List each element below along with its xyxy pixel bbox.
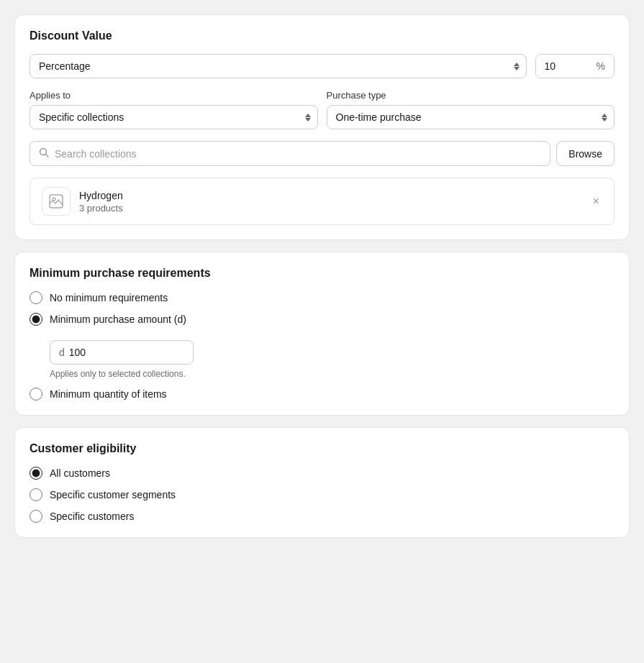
specific-customers-radio[interactable] (30, 510, 42, 523)
specific-segments-radio[interactable] (30, 488, 42, 501)
browse-button[interactable]: Browse (556, 141, 614, 166)
min-amount-radio[interactable] (30, 313, 42, 326)
minimum-purchase-card: Minimum purchase requirements No minimum… (14, 252, 630, 416)
percent-suffix: % (594, 55, 614, 78)
specific-customers-label: Specific customers (50, 511, 134, 522)
discount-type-select[interactable]: Percentage Fixed amount Free shipping (30, 54, 527, 78)
svg-line-1 (46, 155, 49, 157)
all-customers-radio[interactable] (30, 467, 42, 480)
applies-to-select-wrapper: Specific collections All products Specif… (30, 105, 318, 129)
collection-name: Hydrogen (79, 190, 581, 201)
no-minimum-radio-item[interactable]: No minimum requirements (30, 291, 614, 304)
percent-input-wrapper: % (535, 54, 614, 78)
minimum-purchase-title: Minimum purchase requirements (30, 267, 614, 280)
applies-to-select[interactable]: Specific collections All products Specif… (30, 105, 318, 129)
collection-icon (42, 187, 71, 216)
discount-type-wrapper: Percentage Fixed amount Free shipping (30, 54, 527, 78)
search-row: Browse (30, 141, 614, 166)
applies-row: Applies to Specific collections All prod… (30, 90, 614, 129)
specific-customers-radio-item[interactable]: Specific customers (30, 510, 614, 523)
amount-input-section: d Applies only to selected collections. (30, 334, 614, 379)
collection-product-count: 3 products (79, 203, 581, 214)
svg-point-3 (53, 198, 55, 201)
min-qty-radio-item[interactable]: Minimum quantity of items (30, 388, 614, 401)
customer-eligibility-card: Customer eligibility All customers Speci… (14, 427, 630, 538)
min-qty-label: Minimum quantity of items (50, 388, 167, 400)
applies-to-label: Applies to (30, 90, 318, 101)
all-customers-radio-item[interactable]: All customers (30, 467, 614, 480)
no-minimum-label: No minimum requirements (50, 292, 168, 303)
min-qty-radio[interactable] (30, 388, 42, 401)
remove-collection-button[interactable]: × (590, 193, 602, 210)
purchase-type-label: Purchase type (327, 90, 615, 101)
specific-segments-label: Specific customer segments (50, 489, 176, 500)
minimum-purchase-radio-group: No minimum requirements Minimum purchase… (30, 291, 614, 401)
amount-prefix: d (59, 347, 65, 358)
amount-input-wrapper: d (50, 340, 194, 365)
discount-value-row: Percentage Fixed amount Free shipping % (30, 54, 614, 78)
percent-value-input[interactable] (536, 55, 594, 78)
search-icon (39, 147, 49, 160)
applies-note: Applies only to selected collections. (50, 369, 614, 379)
customer-eligibility-radio-group: All customers Specific customer segments… (30, 467, 614, 523)
purchase-type-select-wrapper: One-time purchase Subscription Both (327, 105, 615, 129)
purchase-type-select[interactable]: One-time purchase Subscription Both (327, 105, 615, 129)
discount-value-title: Discount Value (30, 29, 614, 42)
search-collections-input[interactable] (55, 148, 541, 160)
min-amount-label: Minimum purchase amount (d) (50, 314, 186, 325)
customer-eligibility-title: Customer eligibility (30, 442, 614, 455)
no-minimum-radio[interactable] (30, 291, 42, 304)
all-customers-label: All customers (50, 467, 110, 479)
amount-input[interactable] (69, 347, 195, 358)
purchase-type-field: Purchase type One-time purchase Subscrip… (327, 90, 615, 129)
discount-value-card: Discount Value Percentage Fixed amount F… (14, 14, 630, 240)
min-amount-radio-item[interactable]: Minimum purchase amount (d) (30, 313, 614, 326)
collection-info: Hydrogen 3 products (79, 190, 581, 214)
search-collections-wrapper[interactable] (30, 141, 550, 166)
specific-segments-radio-item[interactable]: Specific customer segments (30, 488, 614, 501)
applies-to-field: Applies to Specific collections All prod… (30, 90, 318, 129)
collection-item: Hydrogen 3 products × (30, 178, 614, 225)
